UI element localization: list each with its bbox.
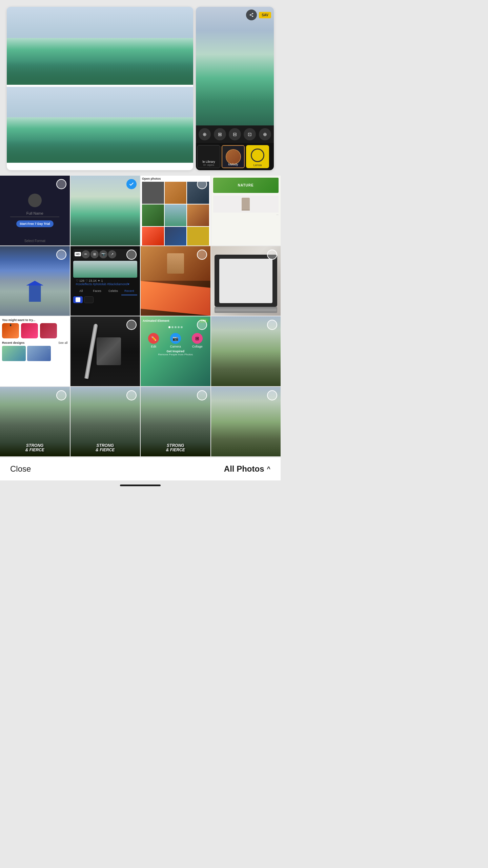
svg-point-2 (252, 16, 253, 17)
close-button[interactable]: Close (10, 464, 31, 474)
camera-mini-icon[interactable]: 📷 (99, 250, 107, 258)
grid-item-animated[interactable]: Animated Element TRY ✏️ Edit 📷 Camera ⊞ … (141, 316, 210, 386)
all-photos-button[interactable]: All Photos ^ (224, 464, 270, 474)
style-lensa[interactable]: Lensa (246, 145, 269, 168)
compare-icon[interactable]: ⊟ (229, 128, 241, 140)
style-library[interactable]: le Library 0+ styles (197, 145, 220, 168)
share-icon[interactable] (246, 9, 257, 20)
avatar (28, 194, 42, 207)
mobile-video-template[interactable]: 📱 (2, 323, 19, 338)
mini-photo-grid (142, 182, 209, 245)
select-circle-3[interactable] (197, 179, 207, 189)
home-indicator (120, 485, 161, 486)
grid-item-tablet[interactable] (211, 246, 281, 316)
select-circle-8[interactable] (267, 250, 277, 260)
name-field: Full Name (10, 210, 59, 217)
share-mini-icon[interactable]: ↗ (108, 250, 116, 258)
progress-dots (168, 326, 183, 328)
bottom-bar: Close All Photos ^ (0, 457, 281, 480)
main-image-bottom (7, 85, 193, 163)
export-icon[interactable]: ⊡ (244, 128, 256, 140)
story-template[interactable] (40, 323, 57, 338)
edit-mini-icon[interactable]: ✏ (82, 250, 90, 258)
main-preview[interactable] (7, 7, 193, 170)
camera-action[interactable]: 📷 Camera (170, 333, 181, 348)
grid-item-photo-edit[interactable]: HD ✏ ⊞ 📷 ↗ ♡ 126 ♡ 23.1K ✦ 1 #cooleffect… (70, 246, 140, 316)
nature-card: NATURE (213, 178, 279, 193)
grid-item-strong-fierce-1[interactable]: STRONG& FIERCE (0, 387, 70, 457)
action-icons: ✏️ Edit 📷 Camera ⊞ Collage (143, 333, 208, 348)
svg-point-1 (250, 14, 251, 16)
get-inspired-label: Get Inspired (166, 350, 184, 353)
strong-fierce-text-1: STRONG& FIERCE (25, 443, 44, 452)
select-circle-13[interactable] (56, 390, 66, 400)
photo-grid: Full Name Start Free 7 Day Trial Select … (0, 176, 281, 456)
grid-item-grassland[interactable] (211, 316, 281, 386)
side-preview[interactable]: SAV ⊕ ⊞ ⊟ ⊡ ⊕ le Library 0+ styles (196, 7, 274, 170)
select-circle-7[interactable] (197, 250, 207, 260)
style-melody[interactable]: Melody (222, 145, 245, 168)
trial-button[interactable]: Start Free 7 Day Trial (16, 220, 54, 227)
save-button[interactable]: SAV (259, 12, 271, 18)
more-icon[interactable]: ⊕ (259, 128, 271, 140)
grid-item-portraits[interactable] (141, 246, 210, 316)
select-circle-15[interactable] (197, 390, 207, 400)
strong-fierce-text-3: STRONG& FIERCE (166, 443, 185, 452)
grid-item-landscape-selected[interactable] (70, 176, 140, 245)
design-2[interactable]: ··· (27, 346, 51, 361)
template-row: 📱 (2, 323, 68, 338)
see-all-link[interactable]: See all (58, 341, 68, 344)
remove-people-label: Remove People from Photos (158, 353, 193, 356)
svg-point-0 (252, 13, 253, 14)
crop-icon[interactable]: ⊞ (214, 128, 226, 140)
select-circle-1[interactable] (56, 179, 66, 189)
select-circle-16[interactable] (267, 390, 277, 400)
chevron-up-icon: ^ (267, 466, 270, 473)
grid-item-strong-fierce-3[interactable]: STRONG& FIERCE (141, 387, 210, 457)
grid-item-strong-fierce-2[interactable]: STRONG& FIERCE (70, 387, 140, 457)
grid-item-blue-house[interactable] (0, 246, 70, 316)
crop-mini-icon[interactable]: ⊞ (90, 250, 99, 258)
animated-element-label: Animated Element (143, 319, 169, 322)
layers-icon[interactable]: ⊕ (199, 128, 211, 140)
top-preview-section: SAV ⊕ ⊞ ⊟ ⊡ ⊕ le Library 0+ styles (0, 0, 281, 176)
select-circle-5[interactable] (56, 250, 66, 260)
svg-line-4 (251, 14, 252, 15)
collage-action[interactable]: ⊞ Collage (192, 333, 203, 348)
grid-item-canva-home[interactable]: You might want to try... 📱 Recent design… (0, 316, 70, 386)
select-circle-10[interactable] (126, 320, 137, 330)
recent-designs: ··· ··· (2, 346, 68, 361)
grid-item-nature-cards[interactable]: NATURE ··· (211, 176, 281, 245)
select-circle-14[interactable] (126, 390, 137, 400)
select-circle-6[interactable] (126, 250, 137, 260)
grid-item-grassland-2[interactable] (211, 387, 281, 457)
select-circle-2[interactable] (126, 179, 137, 189)
grid-item-signup[interactable]: Full Name Start Free 7 Day Trial Select … (0, 176, 70, 245)
side-styles: le Library 0+ styles Melody Lensa (196, 143, 274, 170)
select-circle-11[interactable] (197, 320, 207, 330)
svg-line-3 (251, 15, 252, 16)
grid-item-photo-open[interactable]: Open photos (141, 176, 210, 245)
main-image-top (7, 7, 193, 85)
select-format-label: Select Format (0, 239, 70, 243)
instagram-template[interactable] (21, 323, 38, 338)
select-circle-12[interactable] (267, 320, 277, 330)
grid-item-pen[interactable] (70, 316, 140, 386)
design-1[interactable]: ··· (2, 346, 26, 361)
chair-card (213, 196, 279, 213)
strong-fierce-text-2: STRONG& FIERCE (96, 443, 115, 452)
side-toolbar: ⊕ ⊞ ⊟ ⊡ ⊕ (196, 125, 274, 143)
side-image (196, 7, 274, 125)
hd-badge: HD (75, 252, 81, 256)
edit-action[interactable]: ✏️ Edit (148, 333, 159, 348)
